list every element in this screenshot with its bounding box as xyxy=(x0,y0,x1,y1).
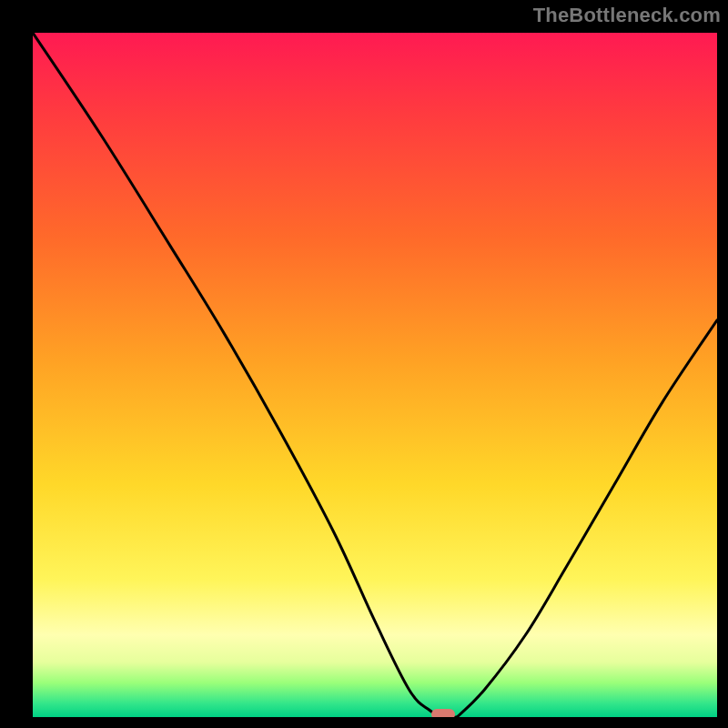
curve-left-curve xyxy=(33,33,457,717)
watermark-text: TheBottleneck.com xyxy=(533,4,721,27)
bottleneck-curve xyxy=(33,33,717,717)
plot-area xyxy=(33,33,717,717)
chart-frame: TheBottleneck.com xyxy=(0,0,728,728)
optimum-marker xyxy=(431,709,455,717)
curve-right-curve xyxy=(457,320,717,717)
